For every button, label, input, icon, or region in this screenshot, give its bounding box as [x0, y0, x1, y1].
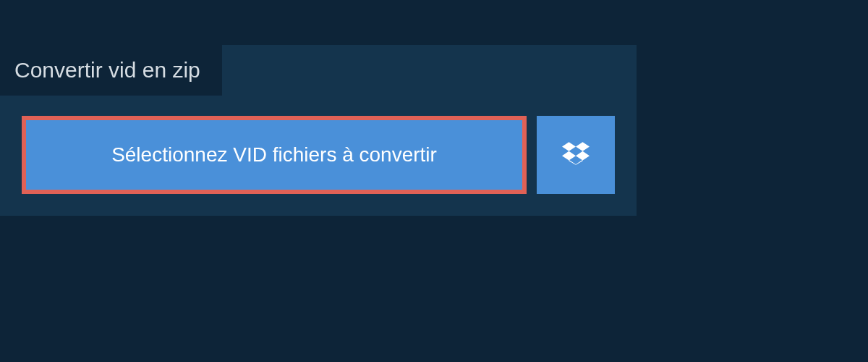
- select-files-button[interactable]: Sélectionnez VID fichiers à convertir: [22, 116, 527, 194]
- dropbox-button[interactable]: [537, 116, 615, 194]
- select-files-label: Sélectionnez VID fichiers à convertir: [111, 143, 437, 167]
- converter-panel: Convertir vid en zip Sélectionnez VID fi…: [0, 45, 637, 216]
- button-row: Sélectionnez VID fichiers à convertir: [0, 96, 637, 216]
- dropbox-icon: [562, 140, 590, 170]
- tab-title: Convertir vid en zip: [0, 45, 222, 96]
- tab-title-text: Convertir vid en zip: [14, 58, 200, 82]
